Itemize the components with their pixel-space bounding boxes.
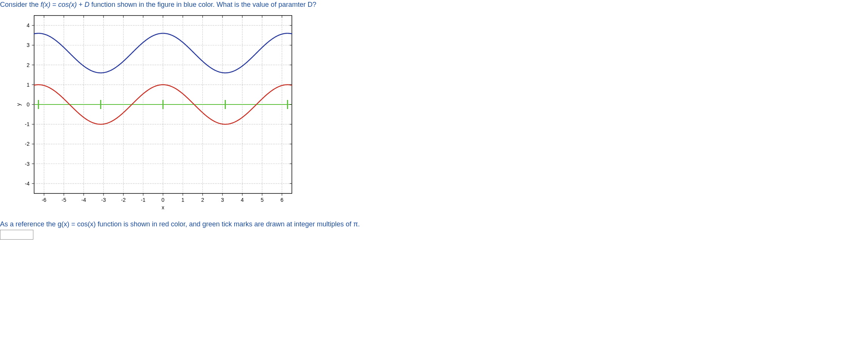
svg-text:x: x (162, 204, 165, 210)
svg-text:-2: -2 (25, 141, 30, 147)
svg-text:-1: -1 (25, 121, 30, 127)
f-part2: function is shown in red color, and gree… (96, 220, 360, 228)
footer-text: As a reference the g(x) = cos(x) functio… (0, 219, 868, 228)
q-plus: + (77, 1, 85, 8)
q-D: D (85, 1, 89, 8)
q-part1: Consider the (0, 1, 41, 8)
svg-text:5: 5 (261, 197, 264, 203)
svg-text:0: 0 (27, 101, 30, 108)
svg-text:2: 2 (201, 197, 204, 203)
svg-text:6: 6 (280, 197, 284, 203)
svg-text:-4: -4 (81, 197, 86, 203)
q-fx: f(x) (41, 1, 50, 8)
q-cos: cos(x) (58, 1, 77, 8)
answer-input[interactable] (0, 230, 33, 240)
f-cos2: cos(x) (77, 220, 96, 228)
svg-text:-2: -2 (121, 197, 126, 203)
svg-text:-6: -6 (42, 197, 47, 203)
svg-text:y: y (16, 103, 22, 106)
f-part1: As a reference the (0, 220, 58, 228)
f-eq2: = (69, 220, 77, 228)
svg-text:-5: -5 (61, 197, 66, 203)
svg-text:1: 1 (27, 82, 30, 88)
svg-text:0: 0 (161, 197, 165, 203)
svg-text:-1: -1 (141, 197, 146, 203)
svg-text:4: 4 (241, 197, 244, 203)
q-part2: function shown in the figure in blue col… (89, 1, 316, 8)
svg-text:3: 3 (27, 42, 30, 48)
svg-text:-3: -3 (101, 197, 106, 203)
svg-text:2: 2 (27, 62, 30, 68)
svg-text:-3: -3 (25, 161, 30, 167)
svg-text:4: 4 (27, 22, 30, 28)
svg-text:3: 3 (221, 197, 224, 203)
f-gx: g(x) (58, 220, 69, 228)
svg-text:1: 1 (181, 197, 184, 203)
question-text: Consider the f(x) = cos(x) + D function … (0, 0, 868, 12)
q-eq: = (50, 1, 58, 8)
svg-text:-4: -4 (25, 181, 30, 187)
chart-plot: -6-5-4-3-2-10123456-4-3-2-101234xy (15, 12, 303, 212)
